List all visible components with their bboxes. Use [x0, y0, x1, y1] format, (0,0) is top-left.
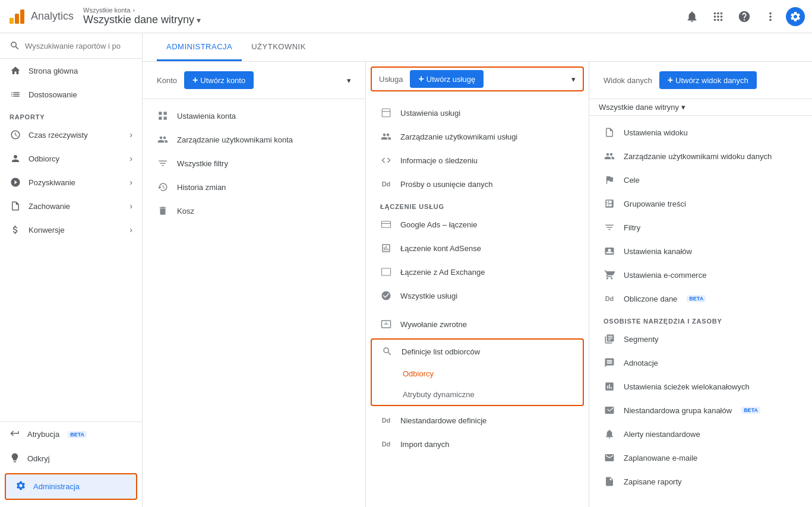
create-usluga-button[interactable]: + Utwórz usługę [410, 70, 484, 88]
usluga-dropdown[interactable]: ▾ [571, 75, 576, 84]
tabs-bar: ADMINISTRACJA UŻYTKOWNIK [143, 33, 812, 62]
sidebar-item-acquisition[interactable]: Pozyskiwanie › [0, 170, 142, 194]
widok-dropdown-row[interactable]: Wszystkie dane witryny ▾ [589, 99, 812, 116]
main-layout: Strona główna Dostosowanie RAPORTY Czas … [0, 33, 812, 507]
sidebar-item-realtime[interactable]: Czas rzeczywisty › [0, 123, 142, 147]
list-item[interactable]: Ustawienia usługi [366, 101, 589, 125]
bell-icon [685, 10, 699, 23]
plus-icon-usluga: + [418, 74, 424, 84]
list-item[interactable]: Łączenie z Ad Exchange [366, 260, 589, 284]
list-item[interactable]: Zarządzanie użytkownikami konta [143, 128, 365, 151]
sidebar-item-admin[interactable]: Administracja [5, 473, 137, 500]
list-item[interactable]: Ustawienia kanałów [589, 239, 812, 263]
help-button[interactable] [734, 6, 755, 27]
sidebar-item-behavior[interactable]: Zachowanie › [0, 194, 142, 218]
list-item[interactable]: Ustawienia konta [143, 104, 365, 128]
list-item[interactable]: Wszystkie filtry [143, 151, 365, 175]
chevron-right-icon2: › [129, 154, 132, 163]
calculated-data-icon: Dd [604, 293, 615, 305]
list-item[interactable]: Adnotacje [589, 351, 812, 375]
alerts-icon [604, 428, 615, 440]
beta-badge-calc: BETA [687, 295, 706, 302]
breadcrumb[interactable]: Wszystkie konta › [83, 7, 201, 14]
list-item[interactable]: Informacje o śledzeniu [366, 148, 589, 172]
more-button[interactable] [760, 6, 781, 27]
history-icon [157, 181, 169, 193]
list-item[interactable]: Alerty niestandardowe [589, 422, 812, 446]
svg-rect-2 [20, 9, 24, 24]
analytics-logo-icon [7, 7, 26, 26]
sidebar-item-discover[interactable]: Odkryj [0, 446, 142, 471]
people-icon [157, 134, 169, 145]
sidebar-item-audiences[interactable]: Odbiorcy › [0, 147, 142, 170]
topbar: Analytics Wszystkie konta › Wszystkie da… [0, 0, 812, 33]
sidebar-item-attribution[interactable]: Atrybucja BETA [0, 422, 142, 446]
sidebar-bottom: Atrybucja BETA Odkryj Administracja [0, 422, 142, 502]
behavior-icon [10, 200, 21, 212]
plus-icon: + [192, 75, 198, 85]
sidebar: Strona główna Dostosowanie RAPORTY Czas … [0, 33, 143, 507]
list-item[interactable]: Dd Import danych [366, 432, 589, 456]
tab-uzytkownik[interactable]: UŻYTKOWNIK [242, 34, 315, 61]
list-item[interactable]: Wywołanie zwrotne [366, 312, 589, 336]
list-item[interactable]: Zapisane raporty [589, 470, 812, 493]
sidebar-item-home[interactable]: Strona główna [0, 59, 142, 83]
list-item[interactable]: Dd Obliczone dane BETA [589, 287, 812, 310]
import-icon: Dd [380, 438, 392, 450]
search-input[interactable] [25, 42, 132, 50]
filter-view-icon [604, 221, 615, 233]
list-item[interactable]: Niestandardowa grupa kanałów BETA [589, 398, 812, 422]
notifications-button[interactable] [681, 6, 703, 27]
multichannel-icon [604, 381, 615, 392]
create-widok-button[interactable]: + Utwórz widok danych [659, 71, 757, 89]
list-item[interactable]: Zarządzanie użytkownikami widoku danych [589, 144, 812, 168]
audience-definitions-item[interactable]: Definicje list odbiorców [372, 340, 583, 363]
create-konto-button[interactable]: + Utwórz konto [184, 71, 254, 89]
list-item[interactable]: Ustawienia e-commerce [589, 263, 812, 287]
list-item[interactable]: Wszystkie usługi [366, 284, 589, 308]
logo: Analytics [7, 7, 74, 26]
account-name-dropdown[interactable]: Wszystkie dane witryny ▾ [83, 14, 201, 26]
user-avatar[interactable] [786, 7, 805, 26]
trash-icon [157, 205, 169, 217]
list-item[interactable]: Dd Niestandardowe definicje [366, 408, 589, 432]
audience-subitem-dynamic[interactable]: Atrybuty dynamiczne [372, 384, 583, 405]
list-item[interactable]: Segmenty [589, 327, 812, 351]
list-item[interactable]: Zaplanowane e-maile [589, 446, 812, 470]
acquisition-icon [10, 176, 21, 188]
ad-exchange-icon [380, 266, 392, 278]
channel-settings-icon [604, 245, 615, 257]
sidebar-item-customize[interactable]: Dostosowanie [0, 83, 142, 106]
list-item[interactable]: Historia zmian [143, 175, 365, 199]
apps-button[interactable] [707, 6, 729, 27]
admin-col-konto: Konto + Utwórz konto ▾ Usta [143, 62, 366, 507]
audience-subitem-odbiorcy[interactable]: Odbiorcy [372, 363, 583, 384]
search-icon [10, 40, 20, 51]
list-item[interactable]: Google Ads – łączenie [366, 213, 589, 236]
konto-dropdown[interactable]: ▾ [347, 76, 351, 85]
svg-rect-5 [382, 221, 391, 228]
list-item[interactable]: Filtry [589, 216, 812, 239]
content-area: ADMINISTRACJA UŻYTKOWNIK Konto + Utwórz … [143, 33, 812, 507]
col-header-usluga-highlighted: Usługa + Utwórz usługę ▾ [371, 66, 584, 91]
dots-vertical-icon [764, 10, 777, 23]
people-service-icon [380, 131, 392, 142]
saved-reports-icon [604, 476, 615, 487]
grid-icon [712, 10, 725, 23]
list-item[interactable]: Ustawienia widoku [589, 121, 812, 144]
widok-label: Widok danych [604, 76, 652, 85]
tab-administracja[interactable]: ADMINISTRACJA [157, 34, 242, 61]
list-item[interactable]: Grupowanie treści [589, 192, 812, 216]
grouping-icon [604, 198, 615, 210]
google-ads-icon [380, 218, 392, 230]
list-item[interactable]: Cele [589, 168, 812, 192]
list-item[interactable]: Ustawienia ścieżek wielokanałowych [589, 375, 812, 398]
list-item[interactable]: Dd Prośby o usunięcie danych [366, 172, 589, 196]
list-item[interactable]: Kosz [143, 199, 365, 223]
list-item[interactable]: Zarządzanie użytkownikami usługi [366, 125, 589, 148]
settings-grid-icon [157, 110, 169, 122]
list-item[interactable]: Łączenie kont AdSense [366, 236, 589, 260]
app-title: Analytics [31, 10, 74, 23]
sidebar-item-conversions[interactable]: Konwersje › [0, 218, 142, 242]
ecommerce-icon [604, 269, 615, 281]
